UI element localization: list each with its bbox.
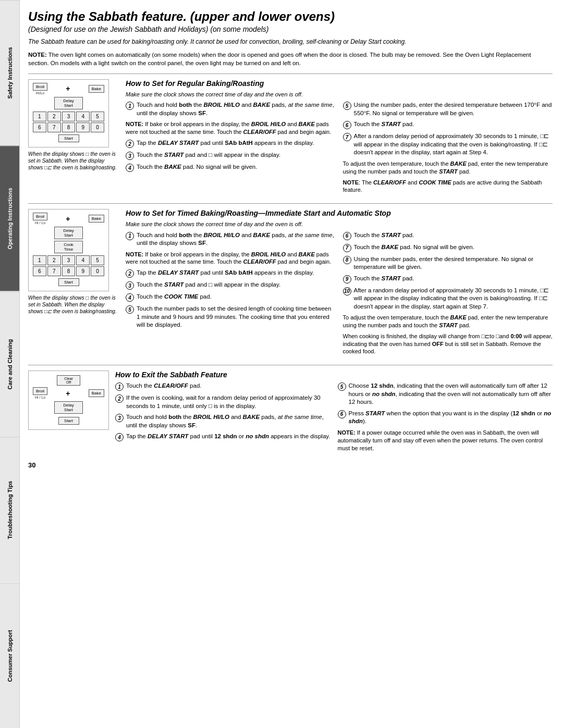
- section-regular: Broil Hi/Lo + Bake DelayStart 1 2 3 4 5 …: [28, 73, 553, 197]
- section-exit-left: ClearOff Broil Hi / Lo + Bake DelayStart…: [28, 371, 109, 455]
- adjust-t: To adjust the oven temperature, touch th…: [343, 314, 553, 329]
- tab-operating[interactable]: Operating Instructions: [0, 145, 19, 291]
- note-r1: NOTE: If bake or broil appears in the di…: [126, 120, 336, 136]
- step-t4: 4 Touch the COOK TIME pad.: [126, 293, 336, 302]
- step-t5: 5 Touch the number pads to set the desir…: [126, 305, 336, 329]
- step-r2: 2 Tap the DELAY START pad until SAb bAtH…: [126, 139, 336, 148]
- steps-col-regular-right: 5 Using the number pads, enter the desir…: [343, 101, 553, 197]
- step-r1: 1 Touch and hold both the BROIL HI/LO an…: [126, 101, 336, 117]
- section-timed-intro: Make sure the clock shows the correct ti…: [126, 220, 553, 228]
- step-t1: 1 Touch and hold both the BROIL HI/LO an…: [126, 231, 336, 248]
- tab-safety[interactable]: Safety Instructions: [0, 0, 19, 145]
- page-subtitle: (Designed for use on the Jewish Sabbath …: [28, 25, 553, 33]
- steps-grid-timed: 1 Touch and hold both the BROIL HI/LO an…: [126, 231, 553, 359]
- step-r6: 6 Touch the START pad.: [343, 120, 553, 129]
- tab-consumer[interactable]: Consumer Support: [0, 583, 19, 728]
- section-exit-title: How to Exit the Sabbath Feature: [115, 371, 553, 379]
- section-regular-intro: Make sure the clock shows the correct ti…: [126, 91, 553, 98]
- tab-care[interactable]: Care and Cleaning: [0, 291, 19, 437]
- steps-col-timed-left: 1 Touch and hold both the BROIL HI/LO an…: [126, 231, 336, 359]
- section-timed-title: How to Set for Timed Baking/Roasting—Imm…: [126, 209, 553, 217]
- note-r2: NOTE: The CLEAR/OFF and COOK TIME pads a…: [343, 179, 553, 194]
- oven-diagram-timed: Broil Hi / Lo + Bake DelayStart CookTime…: [28, 209, 109, 291]
- finish-t: When cooking is finished, the display wi…: [343, 332, 553, 356]
- tab-troubleshooting[interactable]: Troubleshooting Tips: [0, 437, 19, 582]
- step-r3: 3 Touch the START pad and □ will appear …: [126, 151, 336, 160]
- section-exit-right: How to Exit the Sabbath Feature 1 Touch …: [115, 371, 553, 455]
- diagram-caption-timed: When the display shows □ the oven is set…: [28, 294, 119, 315]
- step-t2: 2 Tap the DELAY START pad until SAb bAtH…: [126, 269, 336, 278]
- step-t10: 10 After a random delay period of approx…: [343, 287, 553, 311]
- step-e2: 2 If the oven is cooking, wait for a ran…: [115, 394, 331, 410]
- steps-col-timed-right: 6 Touch the START pad. 7 Touch the BAKE …: [343, 231, 553, 359]
- section-regular-left: Broil Hi/Lo + Bake DelayStart 1 2 3 4 5 …: [28, 79, 119, 197]
- step-r5: 5 Using the number pads, enter the desir…: [343, 101, 553, 117]
- step-t8: 8 Using the number pads, enter the desir…: [343, 255, 553, 272]
- steps-col-exit-left: 1 Touch the CLEAR/OFF pad. 2 If the oven…: [115, 382, 331, 455]
- page-title: Using the Sabbath feature. (upper and lo…: [28, 9, 553, 24]
- steps-grid-regular: 1 Touch and hold both the BROIL HI/LO an…: [126, 101, 553, 197]
- main-content: Using the Sabbath feature. (upper and lo…: [20, 0, 563, 728]
- oven-diagram-exit: ClearOff Broil Hi / Lo + Bake DelayStart…: [28, 371, 109, 430]
- step-t7: 7 Touch the BAKE pad. No signal will be …: [343, 243, 553, 252]
- step-e1: 1 Touch the CLEAR/OFF pad.: [115, 382, 331, 391]
- note-t1: NOTE: If bake or broil appears in the di…: [126, 251, 336, 266]
- steps-col-regular-left: 1 Touch and hold both the BROIL HI/LO an…: [126, 101, 336, 197]
- num-grid-regular: 1 2 3 4 5 6 7 8 9 0: [33, 112, 104, 132]
- step-t6: 6 Touch the START pad.: [343, 231, 553, 240]
- section-regular-title: How to Set for Regular Baking/Roasting: [126, 79, 553, 88]
- steps-col-exit-right: 5 Choose 12 shdn, indicating that the ov…: [338, 382, 553, 455]
- section-regular-right: How to Set for Regular Baking/Roasting M…: [126, 79, 553, 197]
- step-e6: 6 Press START when the option that you w…: [338, 410, 553, 426]
- section-exit: ClearOff Broil Hi / Lo + Bake DelayStart…: [28, 365, 553, 455]
- step-r7: 7 After a random delay period of approxi…: [343, 132, 553, 157]
- section-timed-left: Broil Hi / Lo + Bake DelayStart CookTime…: [28, 209, 119, 359]
- page-intro: The Sabbath feature can be used for baki…: [28, 38, 553, 46]
- step-t3: 3 Touch the START pad and □ will appear …: [126, 281, 336, 290]
- oven-diagram-regular: Broil Hi/Lo + Bake DelayStart 1 2 3 4 5 …: [28, 79, 109, 147]
- section-timed-right: How to Set for Timed Baking/Roasting—Imm…: [126, 209, 553, 359]
- step-t9: 9 Touch the START pad.: [343, 275, 553, 283]
- diagram-caption-regular: When the display shows □ the oven is set…: [28, 151, 119, 171]
- step-r4: 4 Touch the BAKE pad. No signal will be …: [126, 163, 336, 172]
- num-grid-timed: 1 2 3 4 5 6 7 8 9 0: [33, 255, 104, 276]
- adjust-r: To adjust the oven temperature, touch th…: [343, 160, 553, 176]
- steps-grid-exit: 1 Touch the CLEAR/OFF pad. 2 If the oven…: [115, 382, 553, 455]
- section-timed: Broil Hi / Lo + Bake DelayStart CookTime…: [28, 203, 553, 359]
- note-e1: NOTE: If a power outage occurred while t…: [338, 429, 553, 452]
- step-e5: 5 Choose 12 shdn, indicating that the ov…: [338, 382, 553, 406]
- page-number: 30: [28, 461, 553, 469]
- step-e3: 3 Touch and hold both the BROIL HI/LO an…: [115, 413, 331, 429]
- side-tabs: Safety Instructions Operating Instructio…: [0, 0, 20, 728]
- page-header: Using the Sabbath feature. (upper and lo…: [28, 9, 553, 67]
- page-note: NOTE: The oven light comes on automatica…: [28, 51, 553, 67]
- step-e4: 4 Tap the DELAY START pad until 12 shdn …: [115, 433, 331, 441]
